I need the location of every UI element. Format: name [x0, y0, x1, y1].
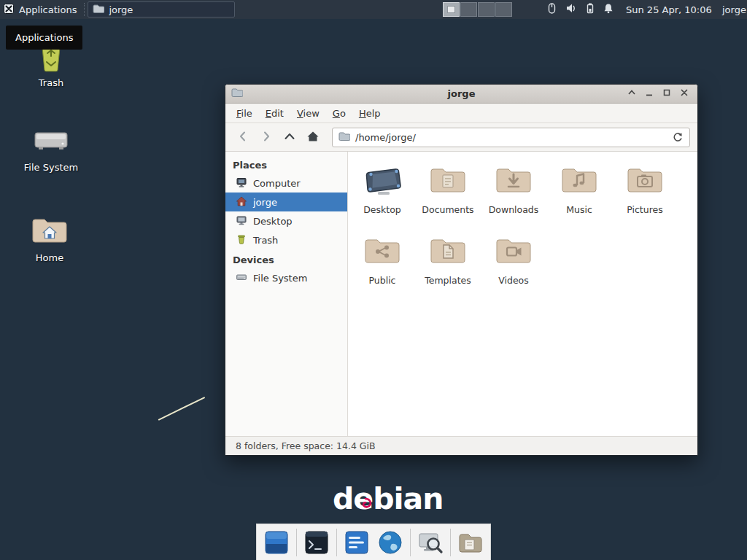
menu-help[interactable]: Help [352, 105, 387, 122]
pictures-folder-icon [626, 158, 664, 203]
desktop-icon-file-system[interactable]: File System [16, 122, 86, 173]
cli-app-button[interactable] [343, 529, 371, 556]
drive-icon [236, 271, 247, 285]
globe-icon [377, 529, 403, 556]
up-button[interactable] [279, 127, 300, 147]
close-button[interactable] [677, 87, 692, 101]
workspace-4[interactable] [495, 2, 512, 17]
refresh-button[interactable] [672, 131, 684, 143]
sidebar-item-trash[interactable]: Trash [225, 230, 347, 249]
bottom-dock [256, 524, 491, 560]
file-item-desktop[interactable]: Desktop [349, 158, 415, 228]
menu-bar: File Edit View Go Help [225, 104, 697, 123]
dock-separator [296, 529, 297, 556]
menu-go[interactable]: Go [326, 105, 352, 122]
battery-icon[interactable] [585, 2, 595, 17]
sidebar-item-jorge[interactable]: jorge [225, 192, 347, 211]
notifications-bell-icon[interactable] [603, 2, 614, 17]
terminal-icon [304, 530, 329, 555]
applications-menu-button[interactable]: Applications [0, 0, 82, 19]
volume-icon[interactable] [565, 2, 578, 17]
music-folder-icon [560, 158, 598, 203]
show-desktop-button[interactable] [263, 529, 290, 556]
file-manager-button[interactable] [457, 529, 484, 556]
desktop-prefs-icon [264, 530, 289, 555]
path-bar[interactable]: /home/jorge/ [332, 128, 690, 147]
file-item-music[interactable]: Music [546, 158, 612, 228]
refresh-icon [672, 131, 684, 143]
taskbar-folder-icon [93, 3, 104, 17]
panel-separator[interactable] [84, 3, 85, 16]
downloads-folder-icon [495, 158, 533, 203]
app-finder-button[interactable] [417, 529, 444, 556]
file-label: Public [369, 275, 396, 286]
desktop-folder-icon [362, 158, 403, 203]
forward-button[interactable] [256, 127, 276, 147]
panel-username[interactable]: jorge [722, 0, 746, 19]
minimize-icon [645, 88, 654, 99]
workspace-3[interactable] [478, 2, 495, 17]
shade-button[interactable] [624, 87, 639, 101]
file-item-videos[interactable]: Videos [481, 228, 546, 299]
dock-separator [336, 529, 337, 556]
file-item-documents[interactable]: Documents [415, 158, 481, 228]
applications-menu-label: Applications [19, 4, 77, 15]
file-item-templates[interactable]: Templates [415, 228, 481, 299]
cli-icon [344, 530, 369, 555]
menu-view[interactable]: View [290, 105, 326, 122]
window-titlebar[interactable]: jorge [225, 85, 697, 104]
dock-separator [410, 529, 411, 556]
desktop-icon-label: File System [16, 162, 86, 173]
taskbar-window-button[interactable]: jorge [88, 1, 235, 18]
file-label: Pictures [627, 204, 663, 215]
toolbar: /home/jorge/ [225, 123, 697, 152]
web-browser-button[interactable] [376, 529, 404, 556]
sidebar-item-desktop[interactable]: Desktop [225, 211, 347, 230]
desktop-icon-label: Home [15, 252, 85, 263]
mouse-settings-icon[interactable] [546, 2, 558, 17]
file-label: Videos [498, 275, 529, 286]
applications-tooltip: Applications [6, 26, 82, 50]
terminal-button[interactable] [303, 529, 330, 556]
public-folder-icon [363, 228, 401, 273]
window-folder-icon [231, 87, 243, 101]
file-label: Desktop [363, 204, 401, 215]
desktop-icon-home[interactable]: Home [15, 213, 85, 263]
sidebar-item-label: jorge [253, 197, 277, 208]
back-icon [237, 131, 249, 144]
file-list: Desktop Documents Downloads Music [348, 152, 697, 436]
file-manager-window: jorge File Edit View Go Help [225, 84, 698, 456]
maximize-button[interactable] [659, 87, 674, 101]
videos-folder-icon [495, 228, 533, 273]
minimize-button[interactable] [642, 87, 657, 101]
close-icon [680, 88, 689, 99]
panel-clock[interactable]: Sun 25 Apr, 10:06 [626, 0, 712, 19]
back-button[interactable] [233, 127, 253, 147]
sidebar-header-devices: Devices [225, 251, 347, 268]
menu-file[interactable]: File [230, 105, 259, 122]
system-tray [546, 0, 614, 19]
debian-swirl-icon [357, 484, 374, 519]
home-icon [306, 131, 320, 144]
file-item-pictures[interactable]: Pictures [612, 158, 678, 228]
desktop-line-artifact [158, 397, 206, 421]
sidebar-item-computer[interactable]: Computer [225, 174, 347, 192]
sidebar-item-file-system[interactable]: File System [225, 268, 347, 287]
debian-logo: debian [333, 481, 443, 516]
menu-edit[interactable]: Edit [259, 105, 290, 122]
workspace-2[interactable] [460, 2, 477, 17]
templates-folder-icon [429, 228, 467, 273]
sidebar-item-label: File System [253, 273, 307, 284]
home-icon [236, 195, 247, 209]
file-item-downloads[interactable]: Downloads [481, 158, 546, 228]
sidebar: Places Computer jorge Desktop [225, 152, 348, 436]
trash-icon [236, 233, 247, 247]
file-item-public[interactable]: Public [349, 228, 415, 299]
path-input[interactable]: /home/jorge/ [355, 132, 667, 143]
file-label: Templates [425, 275, 471, 286]
shade-icon [627, 88, 636, 99]
drive-icon [16, 122, 86, 158]
home-button[interactable] [303, 127, 323, 147]
workspace-1[interactable] [443, 2, 460, 17]
computer-icon [236, 176, 247, 190]
